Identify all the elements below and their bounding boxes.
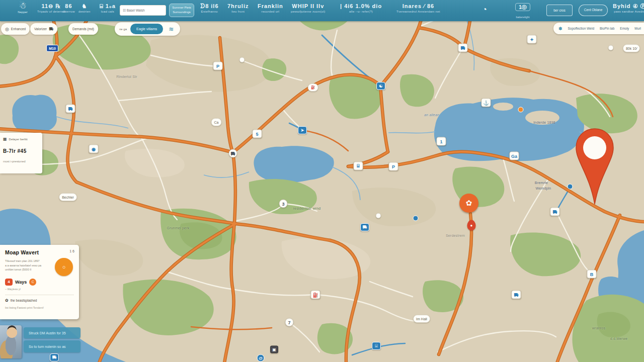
layers-icon[interactable]: ≋ xyxy=(163,26,179,33)
topbar-item-label: alle --u- refer(?) xyxy=(340,10,382,13)
topbar-item-4[interactable]: ᗤ8 il6Estefhanno xyxy=(200,3,219,13)
map-marker-sqb-23[interactable]: ⛟ xyxy=(360,223,369,231)
map-marker-sq-19[interactable]: ✦ xyxy=(527,35,537,44)
topbar-item-6[interactable]: Franklinrecorded url xyxy=(258,3,283,13)
surroundings-button-line2: Surroundings xyxy=(170,10,194,15)
map-marker-circ-sm-34[interactable] xyxy=(608,45,614,51)
notification-banner-1[interactable]: Struck DM Austin for 35 xyxy=(24,327,80,338)
ways-badge-red[interactable]: 4 xyxy=(5,279,13,286)
app-logo[interactable]: ☃︎ Nepper xyxy=(11,2,34,14)
topbar-item-label: pass sandbar Avedre xyxy=(613,10,644,13)
topbar-item-2[interactable]: ♞destrien xyxy=(78,3,91,13)
map-marker-poi-orange-37[interactable]: ✿ xyxy=(459,194,478,213)
notification-banner-2[interactable]: So to turn nolenin so as xyxy=(24,340,80,352)
map-marker-sq-25[interactable]: B xyxy=(587,270,597,279)
map-marker-sq-18[interactable]: 1 xyxy=(437,137,446,146)
pill-icon: ⛟ xyxy=(49,27,53,32)
map-label-4: Bremrte xyxy=(535,181,548,185)
topbar-item-icon: | 4i6 1.0% dio xyxy=(340,3,382,10)
map-marker-sqb-33[interactable]: ⛟ xyxy=(50,353,59,361)
map-marker-sq-14[interactable]: ⛟ xyxy=(458,44,468,52)
top-navigation-bar: ☃︎ Nepper Summer Piets Surroundings ◔ 1ⓞ… xyxy=(0,0,644,21)
map-marker-circ-10[interactable]: 3 xyxy=(279,200,288,208)
ways-label: Ways xyxy=(15,280,27,285)
map-label-9: Inderde 1898 xyxy=(533,121,555,124)
map-marker-poi-red-38[interactable]: ● xyxy=(467,220,476,231)
ways-badge-orange[interactable]: C xyxy=(29,279,36,286)
topbar-item-1[interactable]: 86dwerrow xyxy=(62,3,75,13)
cent-oblane-button[interactable]: Cent Oblane xyxy=(579,5,608,16)
flower-icon: ✿ xyxy=(5,298,9,303)
map-marker-circ-sm-24[interactable] xyxy=(376,213,381,219)
map-marker-sq-3[interactable]: P xyxy=(213,62,223,70)
map-marker-dot-orange-17[interactable] xyxy=(518,107,524,113)
ways-note: – Wayless yl xyxy=(5,288,74,291)
search-input[interactable] xyxy=(120,5,166,16)
destination-pin[interactable] xyxy=(574,125,615,208)
topbar-item-icon: Byhid ④ Ⓟ xyxy=(613,3,644,10)
assistant-avatar-image xyxy=(0,325,22,358)
map-marker-sq-12[interactable]: P xyxy=(389,162,398,171)
filter-item-2[interactable]: Emoly xyxy=(620,27,629,30)
map-label-5: Wemdpln xyxy=(536,187,551,190)
map-marker-sq-20[interactable]: ⛟ xyxy=(550,208,560,216)
map-marker-sq-26[interactable]: ⛟ xyxy=(512,291,521,299)
filter-lock-icon: ✽ xyxy=(558,26,562,31)
map-marker-sqb-13[interactable]: ☯ xyxy=(376,82,385,90)
detail-row2-text[interactable]: the beastsplashed xyxy=(11,299,37,302)
swirl-icon[interactable]: ◔ xyxy=(479,5,490,15)
segment-option-left[interactable]: ne ga xyxy=(116,28,130,31)
ber-cros-button[interactable]: ber cros xyxy=(546,5,573,16)
map-marker-circ-29[interactable]: 7 xyxy=(285,318,294,327)
map-marker-sq-15[interactable]: ⚓ xyxy=(481,99,491,107)
topbar-item-5[interactable]: 7hrulizlieu front xyxy=(227,3,249,13)
map-marker-shield-0[interactable]: M10 xyxy=(46,45,58,52)
map-marker-circ-6[interactable]: ⛟ xyxy=(229,149,237,158)
map-marker-sq-2[interactable]: ◉ xyxy=(89,145,99,153)
orange-action-button[interactable]: ○ xyxy=(55,258,73,276)
segment-option-active[interactable]: Eagle villams xyxy=(130,24,163,34)
map-marker-sq-1[interactable]: ⛟ xyxy=(66,105,75,113)
topbar-item-label: lieu front xyxy=(227,10,249,13)
map-marker-circ-sm-4[interactable] xyxy=(239,57,245,63)
surroundings-button-line1: Summer Piets xyxy=(170,6,194,10)
map-marker-dot-blue-21[interactable] xyxy=(568,184,573,190)
toolbar-pill-0[interactable]: ◎Enhanced xyxy=(1,23,30,35)
map-marker-sqd-31[interactable]: ▣ xyxy=(270,346,278,353)
topbar-item-10[interactable]: Byhid ④ Ⓟpass sandbar Avedre xyxy=(613,3,644,13)
counter-button[interactable]: 1ⓞ batterelight xyxy=(515,3,530,20)
info-card-subtitle: Delayer berlitt xyxy=(9,138,28,141)
filter-item-0[interactable]: Sopoffection Weld xyxy=(568,27,594,30)
map-label-0: Rindertol Str xyxy=(116,75,137,78)
topbar-item-9[interactable]: Inares ⁄ 86Tvereamedrol Amsterdam net xyxy=(396,3,440,13)
map-marker-pill-27[interactable]: Im Hall xyxy=(413,315,430,323)
map-marker-sq-7[interactable]: 5 xyxy=(253,130,262,138)
counter-icon: 1ⓞ xyxy=(515,3,530,11)
map-marker-sqb-8[interactable]: ➤ xyxy=(298,126,307,134)
filter-item-1[interactable]: BioPin lab xyxy=(600,27,614,30)
toolbar-pill-1[interactable]: Valorizer⛟ xyxy=(30,23,57,35)
map-marker-sqb-30[interactable]: ⌸ xyxy=(372,342,381,350)
card-divider xyxy=(5,295,74,295)
info-popup-card[interactable]: ▦ Delayer berlitt B-7lr #45 most i-prest… xyxy=(0,133,42,173)
surroundings-button[interactable]: Summer Piets Surroundings xyxy=(169,4,194,17)
topbar-item-label: load cals xyxy=(100,10,116,13)
map-marker-pill-35[interactable]: 80k 10⁄ xyxy=(623,44,640,52)
topbar-item-icon: WHIP II IIv xyxy=(291,3,326,10)
toolbar-pill-2[interactable]: Demands (md) xyxy=(68,23,98,35)
place-detail-card[interactable]: Moap Wavert 1 6 Tillessof train plan 201… xyxy=(0,245,79,319)
overlay-filter-bar: ✽ Sopoffection WeldBioPin labEmolyMurl xyxy=(553,23,644,34)
map-marker-pill-36[interactable]: Bechler xyxy=(59,193,77,201)
topbar-item-3[interactable]: ⌸ 1₀aload cals xyxy=(100,3,116,13)
map-marker-sq-28[interactable]: ⛽ xyxy=(311,291,320,299)
map-marker-circ-blue-32[interactable]: @ xyxy=(257,354,265,362)
map-marker-sq-11[interactable]: ⌸ xyxy=(354,162,363,170)
topbar-item-0[interactable]: 11⊖ ℞Tripadv of determd xyxy=(37,3,65,13)
filter-item-3[interactable]: Murl xyxy=(634,27,641,30)
topbar-item-8[interactable]: | 4i6 1.0% dioalle --u- refer(?) xyxy=(340,3,382,13)
map-marker-pill-9[interactable]: ⛽ xyxy=(308,83,318,92)
map-marker-dot-blue-22[interactable] xyxy=(413,216,419,221)
topbar-item-7[interactable]: WHIP II IIvpessofjutieme zoom(ol) xyxy=(291,3,326,13)
map-marker-pill-5[interactable]: Ca xyxy=(211,118,222,126)
map-marker-sq-16[interactable]: Ga xyxy=(510,152,519,160)
